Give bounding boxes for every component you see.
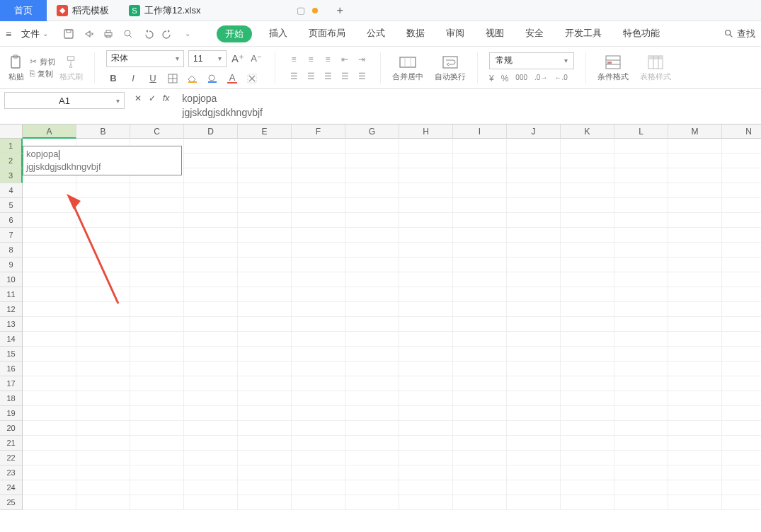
cell[interactable] bbox=[130, 376, 184, 391]
row-header-6[interactable]: 6 bbox=[0, 213, 23, 228]
cell[interactable] bbox=[722, 332, 761, 347]
cell[interactable] bbox=[453, 317, 507, 332]
cell[interactable] bbox=[614, 183, 668, 198]
cell[interactable] bbox=[345, 154, 399, 168]
cell[interactable] bbox=[668, 168, 722, 183]
cell[interactable] bbox=[614, 272, 668, 287]
cell[interactable] bbox=[76, 332, 130, 347]
cell[interactable] bbox=[345, 451, 399, 466]
underline-button[interactable]: U bbox=[146, 71, 160, 86]
cell[interactable] bbox=[722, 258, 761, 272]
row-header-9[interactable]: 9 bbox=[0, 258, 23, 272]
cell[interactable] bbox=[345, 168, 399, 183]
cell[interactable] bbox=[453, 466, 507, 480]
cell[interactable] bbox=[399, 317, 453, 332]
cell[interactable] bbox=[23, 362, 76, 376]
format-painter-icon[interactable] bbox=[62, 53, 81, 71]
cell[interactable] bbox=[292, 317, 345, 332]
cell[interactable] bbox=[23, 302, 76, 317]
cell[interactable] bbox=[399, 332, 453, 347]
cell[interactable] bbox=[23, 183, 76, 198]
cell[interactable] bbox=[399, 421, 453, 436]
cell[interactable] bbox=[345, 391, 399, 406]
col-header-C[interactable]: C bbox=[130, 125, 184, 139]
cell[interactable] bbox=[184, 347, 238, 362]
row-header-5[interactable]: 5 bbox=[0, 198, 23, 213]
cell[interactable] bbox=[76, 391, 130, 406]
cell[interactable] bbox=[238, 436, 292, 451]
cell[interactable] bbox=[238, 391, 292, 406]
cell[interactable] bbox=[184, 421, 238, 436]
cell[interactable] bbox=[614, 302, 668, 317]
cell[interactable] bbox=[561, 243, 614, 258]
indent-increase-icon[interactable]: ⇥ bbox=[355, 52, 369, 66]
cell[interactable] bbox=[345, 302, 399, 317]
cell[interactable] bbox=[507, 243, 561, 258]
cell[interactable] bbox=[722, 287, 761, 302]
cell[interactable] bbox=[561, 258, 614, 272]
cell[interactable] bbox=[561, 168, 614, 183]
cell[interactable] bbox=[345, 421, 399, 436]
tab-home[interactable]: 首页 bbox=[0, 0, 47, 21]
cell[interactable] bbox=[722, 272, 761, 287]
percent-icon[interactable]: % bbox=[501, 74, 509, 83]
cell[interactable] bbox=[614, 347, 668, 362]
cell[interactable] bbox=[453, 198, 507, 213]
cell[interactable] bbox=[453, 495, 507, 510]
ribbon-tab-layout[interactable]: 页面布局 bbox=[304, 25, 350, 42]
cell[interactable] bbox=[453, 272, 507, 287]
cell[interactable] bbox=[399, 406, 453, 421]
cell[interactable] bbox=[453, 421, 507, 436]
cell[interactable] bbox=[561, 139, 614, 154]
cut-icon[interactable]: ✂ bbox=[30, 57, 37, 66]
ribbon-tab-data[interactable]: 数据 bbox=[402, 25, 429, 42]
cell[interactable] bbox=[130, 480, 184, 495]
cell[interactable] bbox=[76, 436, 130, 451]
cell[interactable] bbox=[238, 198, 292, 213]
cell[interactable] bbox=[668, 287, 722, 302]
cell[interactable] bbox=[399, 287, 453, 302]
cell[interactable] bbox=[23, 213, 76, 228]
cell[interactable] bbox=[507, 406, 561, 421]
cell[interactable] bbox=[561, 451, 614, 466]
cell[interactable] bbox=[614, 391, 668, 406]
cell[interactable] bbox=[614, 466, 668, 480]
cell[interactable] bbox=[76, 287, 130, 302]
cell[interactable] bbox=[453, 243, 507, 258]
cell[interactable] bbox=[722, 154, 761, 168]
cell[interactable] bbox=[507, 332, 561, 347]
cell[interactable] bbox=[345, 287, 399, 302]
cell[interactable] bbox=[130, 466, 184, 480]
italic-button[interactable]: I bbox=[126, 71, 140, 86]
cell[interactable] bbox=[292, 168, 345, 183]
cell[interactable] bbox=[453, 347, 507, 362]
cell[interactable] bbox=[453, 258, 507, 272]
cell[interactable] bbox=[668, 258, 722, 272]
border-button[interactable] bbox=[166, 71, 180, 86]
cell[interactable] bbox=[561, 421, 614, 436]
share-icon[interactable] bbox=[82, 28, 95, 40]
cell[interactable] bbox=[184, 466, 238, 480]
row-header-13[interactable]: 13 bbox=[0, 317, 23, 332]
cell[interactable] bbox=[23, 287, 76, 302]
col-header-I[interactable]: I bbox=[453, 125, 507, 139]
cell[interactable] bbox=[668, 421, 722, 436]
row-header-21[interactable]: 21 bbox=[0, 436, 23, 451]
cell[interactable] bbox=[345, 436, 399, 451]
clear-format-button[interactable] bbox=[245, 71, 259, 86]
cell[interactable] bbox=[345, 376, 399, 391]
cell[interactable] bbox=[507, 228, 561, 243]
cell[interactable] bbox=[453, 228, 507, 243]
cell[interactable] bbox=[184, 272, 238, 287]
cell[interactable] bbox=[453, 183, 507, 198]
cell[interactable] bbox=[399, 258, 453, 272]
cell[interactable] bbox=[184, 302, 238, 317]
cell[interactable] bbox=[399, 139, 453, 154]
cell[interactable] bbox=[76, 406, 130, 421]
print-preview-icon[interactable] bbox=[122, 28, 135, 40]
cell[interactable] bbox=[238, 376, 292, 391]
cell[interactable] bbox=[668, 228, 722, 243]
cell[interactable] bbox=[614, 287, 668, 302]
cell[interactable] bbox=[668, 213, 722, 228]
tab-workbook[interactable]: S 工作簿12.xlsx ▢ bbox=[119, 0, 328, 21]
